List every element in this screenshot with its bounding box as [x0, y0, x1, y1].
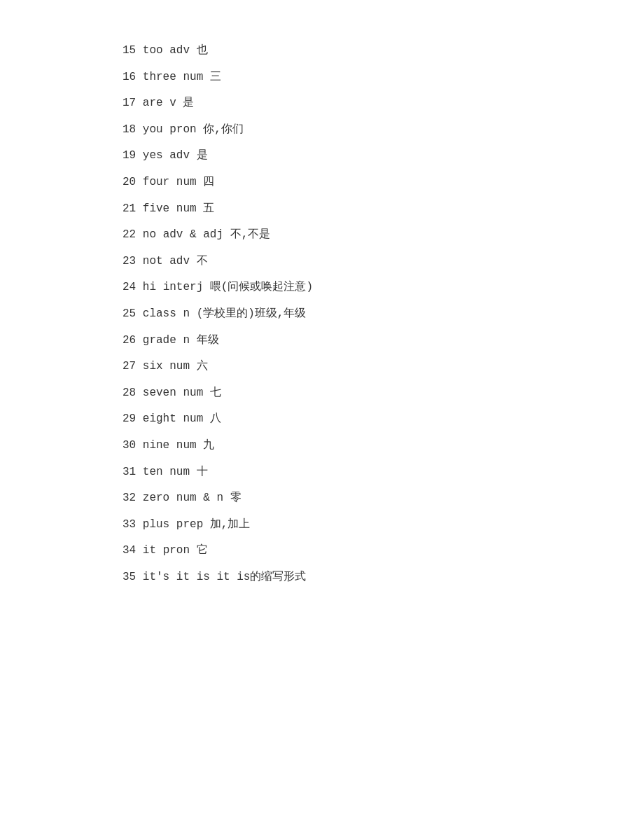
item-number: 24 — [122, 281, 143, 293]
list-item: 22 no adv & adj 不,不是 — [122, 226, 644, 244]
list-item: 27 six num 六 — [122, 358, 644, 376]
item-number: 31 — [122, 466, 143, 478]
item-pos: adv — [169, 149, 196, 162]
item-number: 15 — [122, 44, 143, 57]
item-word: not — [143, 255, 169, 267]
item-pos: num — [169, 360, 196, 373]
list-item: 18 you pron 你,你们 — [122, 121, 644, 139]
item-pos: pron — [169, 123, 203, 136]
list-item: 34 it pron 它 — [122, 542, 644, 560]
item-word: seven — [143, 387, 183, 399]
item-meaning: (学校里的)班级,年级 — [197, 307, 307, 320]
item-word: it's — [143, 571, 176, 583]
item-meaning: 加,加上 — [210, 518, 251, 531]
item-meaning: 不,不是 — [230, 228, 271, 241]
item-meaning: 七 — [210, 387, 221, 399]
vocabulary-list: 15 too adv 也16 three num 三17 are v 是18 y… — [122, 42, 644, 586]
item-word: five — [143, 202, 176, 215]
list-item: 15 too adv 也 — [122, 42, 644, 60]
item-number: 21 — [122, 202, 143, 215]
list-item: 35 it's it is it is的缩写形式 — [122, 569, 644, 587]
item-meaning: 喂(问候或唤起注意) — [210, 281, 313, 293]
item-meaning: 四 — [203, 176, 214, 188]
item-pos: num — [176, 202, 203, 215]
list-item: 28 seven num 七 — [122, 384, 644, 403]
item-word: no — [143, 228, 163, 241]
main-content: 15 too adv 也16 three num 三17 are v 是18 y… — [0, 0, 644, 637]
item-number: 35 — [122, 571, 143, 583]
item-pos: n — [183, 307, 196, 320]
item-meaning: 八 — [210, 412, 221, 425]
item-pos: num — [183, 71, 209, 83]
list-item: 25 class n (学校里的)班级,年级 — [122, 305, 644, 324]
item-pos: adv — [169, 44, 196, 57]
item-number: 30 — [122, 439, 143, 452]
item-meaning: 年级 — [197, 334, 219, 347]
item-meaning: 十 — [197, 466, 208, 478]
list-item: 20 four num 四 — [122, 174, 644, 192]
item-word: plus — [143, 518, 176, 531]
item-word: too — [143, 44, 169, 57]
item-pos: n — [183, 334, 196, 347]
item-number: 28 — [122, 387, 143, 399]
item-pos: v — [169, 97, 183, 109]
item-meaning: 它 — [197, 544, 208, 557]
item-pos: num — [176, 439, 203, 452]
item-meaning: 六 — [197, 360, 208, 373]
item-word: it — [143, 544, 163, 557]
item-word: zero — [143, 492, 176, 504]
list-item: 30 nine num 九 — [122, 437, 644, 455]
item-meaning: 是 — [183, 97, 194, 109]
item-pos: num & n — [176, 492, 230, 504]
item-word: class — [143, 307, 183, 320]
item-word: hi — [143, 281, 163, 293]
item-number: 22 — [122, 228, 143, 241]
list-item: 19 yes adv 是 — [122, 147, 644, 165]
item-pos: num — [183, 412, 209, 425]
item-meaning: 不 — [197, 255, 208, 267]
item-number: 33 — [122, 518, 143, 531]
item-meaning: 是 — [197, 149, 208, 162]
list-item: 31 ten num 十 — [122, 464, 644, 482]
item-meaning: 也 — [197, 44, 208, 57]
list-item: 32 zero num & n 零 — [122, 489, 644, 508]
item-number: 19 — [122, 149, 143, 162]
item-word: six — [143, 360, 169, 373]
item-pos: num — [183, 387, 209, 399]
list-item: 23 not adv 不 — [122, 253, 644, 271]
item-word: three — [143, 71, 183, 83]
list-item: 21 five num 五 — [122, 200, 644, 218]
item-word: ten — [143, 466, 169, 478]
item-pos: pron — [163, 544, 197, 557]
item-pos: prep — [176, 518, 210, 531]
item-pos: num — [176, 176, 203, 188]
list-item: 17 are v 是 — [122, 95, 644, 113]
item-word: are — [143, 97, 169, 109]
list-item: 33 plus prep 加,加上 — [122, 516, 644, 534]
item-word: yes — [143, 149, 169, 162]
item-meaning: 零 — [230, 492, 241, 504]
item-number: 23 — [122, 255, 143, 267]
list-item: 24 hi interj 喂(问候或唤起注意) — [122, 279, 644, 297]
item-word: four — [143, 176, 176, 188]
item-word: you — [143, 123, 169, 136]
item-pos: num — [169, 466, 196, 478]
item-number: 18 — [122, 123, 143, 136]
item-number: 16 — [122, 71, 143, 83]
item-number: 25 — [122, 307, 143, 320]
item-meaning: it is的缩写形式 — [216, 571, 306, 583]
item-meaning: 九 — [203, 439, 214, 452]
item-meaning: 三 — [210, 71, 221, 83]
item-pos: interj — [163, 281, 210, 293]
item-meaning: 五 — [203, 202, 214, 215]
item-number: 34 — [122, 544, 143, 557]
item-meaning: 你,你们 — [203, 123, 244, 136]
item-number: 29 — [122, 412, 143, 425]
list-item: 29 eight num 八 — [122, 410, 644, 429]
item-word: nine — [143, 439, 176, 452]
item-word: grade — [143, 334, 183, 347]
item-pos: adv — [169, 255, 196, 267]
item-number: 32 — [122, 492, 143, 504]
item-number: 17 — [122, 97, 143, 109]
item-number: 26 — [122, 334, 143, 347]
